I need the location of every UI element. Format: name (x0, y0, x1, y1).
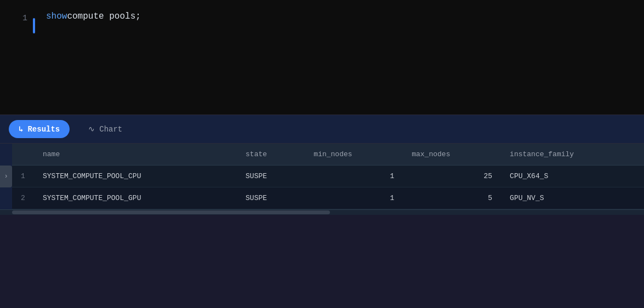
row-2-min-nodes: 1 (305, 187, 403, 209)
scroll-left-button[interactable]: › (0, 166, 12, 187)
line-numbers: 1 (0, 0, 33, 115)
code-rest: compute pools; (67, 9, 140, 25)
chevron-right-icon: › (4, 173, 8, 180)
table-row: 2 SYSTEM_COMPUTE_POOL_GPU SUSPE 1 5 GPU_… (12, 187, 644, 209)
col-header-max-nodes: max_nodes (403, 144, 501, 166)
col-header-instance-family: instance_family (501, 144, 644, 166)
tabs-bar: ↳ Results ∿ Chart (0, 115, 644, 144)
row-2-name: SYSTEM_COMPUTE_POOL_GPU (34, 187, 237, 209)
results-area: › name state min_nodes max_nodes instanc… (0, 144, 644, 209)
row-2-state: SUSPE (237, 187, 305, 209)
editor-content[interactable]: show compute pools; (35, 0, 644, 115)
horizontal-scrollbar[interactable] (0, 209, 644, 215)
results-arrow-icon: ↳ (19, 124, 23, 134)
row-1-num: 1 (12, 166, 34, 187)
tab-results[interactable]: ↳ Results (9, 120, 70, 138)
editor-panel: 1 show compute pools; (0, 0, 644, 115)
code-line-1: show compute pools; (46, 9, 633, 25)
line-number-1: 1 (11, 11, 27, 26)
keyword-show: show (46, 9, 67, 25)
scrollbar-thumb[interactable] (12, 210, 330, 214)
table-header-row: name state min_nodes max_nodes instance_… (12, 144, 644, 166)
row-2-instance-family: GPU_NV_S (501, 187, 644, 209)
row-1-min-nodes: 1 (305, 166, 403, 187)
row-2-max-nodes: 5 (403, 187, 501, 209)
results-tab-label: Results (27, 125, 60, 134)
row-1-state: SUSPE (237, 166, 305, 187)
chart-wave-icon: ∿ (88, 124, 95, 134)
row-1-name: SYSTEM_COMPUTE_POOL_CPU (34, 166, 237, 187)
tab-chart[interactable]: ∿ Chart (78, 120, 132, 138)
col-header-name: name (34, 144, 237, 166)
row-1-max-nodes: 25 (403, 166, 501, 187)
results-table: name state min_nodes max_nodes instance_… (12, 144, 644, 209)
col-header-rownum (12, 144, 34, 166)
row-2-num: 2 (12, 187, 34, 209)
col-header-min-nodes: min_nodes (305, 144, 403, 166)
table-row: 1 SYSTEM_COMPUTE_POOL_CPU SUSPE 1 25 CPU… (12, 166, 644, 187)
chart-tab-label: Chart (99, 125, 122, 134)
results-section: › name state min_nodes max_nodes instanc… (0, 144, 644, 215)
row-1-instance-family: CPU_X64_S (501, 166, 644, 187)
results-table-container: name state min_nodes max_nodes instance_… (12, 144, 644, 209)
col-header-state: state (237, 144, 305, 166)
